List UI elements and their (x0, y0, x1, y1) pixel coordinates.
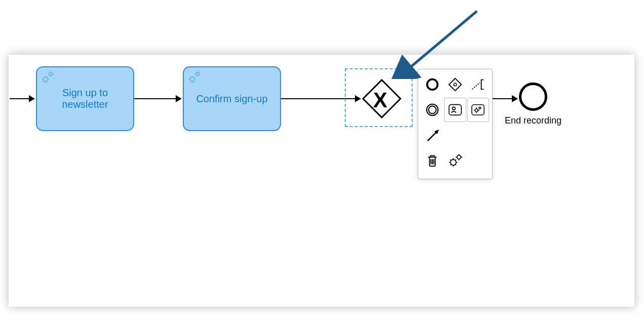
task-signup[interactable]: Sign up to newsletter (36, 66, 134, 131)
task-confirm[interactable]: Confirm sign-up (183, 66, 281, 131)
connect-tool-button[interactable] (421, 123, 443, 147)
context-pad (418, 69, 493, 179)
svg-point-14 (479, 107, 481, 109)
gears-icon (41, 70, 55, 85)
sequence-flow[interactable] (493, 98, 513, 99)
svg-point-5 (427, 79, 437, 90)
append-end-event-button[interactable] (421, 72, 443, 97)
change-type-button[interactable] (444, 148, 466, 173)
arrow-head-icon (512, 95, 518, 102)
sequence-flow[interactable] (134, 98, 177, 99)
sequence-flow (10, 98, 30, 99)
arrow-head-icon (29, 95, 35, 102)
svg-marker-6 (449, 78, 461, 91)
end-event-label: End recording (498, 115, 569, 126)
task-label: Confirm sign-up (196, 93, 267, 105)
svg-rect-10 (449, 105, 461, 115)
svg-point-3 (196, 72, 199, 75)
svg-point-7 (454, 83, 457, 86)
arrow-head-icon (176, 95, 182, 102)
gears-icon (188, 70, 202, 85)
delete-button[interactable] (421, 148, 443, 173)
svg-point-16 (457, 155, 461, 159)
append-text-annotation-button[interactable] (467, 72, 489, 97)
append-intermediate-event-button[interactable] (421, 98, 443, 122)
svg-point-1 (49, 72, 52, 75)
append-service-task-button[interactable] (467, 98, 489, 122)
append-user-task-button[interactable] (444, 98, 466, 122)
append-gateway-button[interactable] (444, 72, 466, 97)
svg-point-13 (475, 109, 478, 112)
svg-point-9 (428, 106, 436, 114)
svg-point-11 (452, 107, 455, 110)
end-event[interactable] (519, 83, 547, 111)
diagram-canvas[interactable]: Sign up to newsletter Confirm sign-up X (9, 55, 634, 307)
gateway-marker: X (373, 88, 387, 112)
task-label: Sign up to newsletter (62, 87, 108, 110)
